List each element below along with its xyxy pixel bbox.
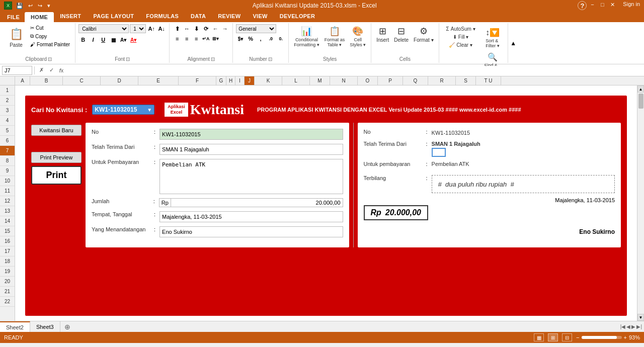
row-15[interactable]: 15: [0, 226, 15, 236]
cancel-formula-button[interactable]: ✗: [37, 66, 46, 75]
wrap-text-button[interactable]: ↵A: [201, 34, 210, 43]
tab-insert[interactable]: INSERT: [54, 11, 87, 22]
scroll-up-button[interactable]: ▲: [637, 85, 644, 93]
font-family-select[interactable]: Calibri: [78, 24, 129, 33]
name-box[interactable]: [2, 66, 32, 75]
decrease-decimal-button[interactable]: 0.: [276, 34, 285, 43]
underline-button[interactable]: U: [99, 35, 108, 44]
align-top-button[interactable]: ⬆: [173, 24, 182, 33]
vertical-scrollbar[interactable]: ▲ ▼: [637, 85, 644, 321]
row-17[interactable]: 17: [0, 246, 15, 256]
confirm-formula-button[interactable]: ✓: [47, 66, 56, 75]
left-jumlah-input[interactable]: [171, 199, 343, 207]
sheet-nav-prev[interactable]: ◀: [626, 324, 630, 329]
col-header-n[interactable]: N: [330, 76, 358, 85]
orientation-button[interactable]: ⟳: [201, 24, 210, 33]
insert-function-button[interactable]: fx: [57, 66, 66, 75]
col-header-tu[interactable]: T U: [476, 76, 501, 85]
percent-button[interactable]: %: [246, 34, 255, 43]
quick-access-save[interactable]: 💾: [15, 3, 24, 9]
align-bottom-button[interactable]: ⬇: [192, 24, 201, 33]
kwitansi-dropdown-icon[interactable]: ▼: [147, 107, 152, 113]
quick-access-redo[interactable]: ↪: [37, 3, 43, 9]
sort-filter-button[interactable]: ↕🔽 Sort &Filter ▾: [484, 25, 502, 49]
zoom-out-button[interactable]: −: [576, 334, 579, 340]
delete-button[interactable]: ⊟ Delete: [392, 24, 411, 44]
format-as-table-button[interactable]: 📋 Format asTable ▾: [323, 24, 347, 48]
sign-in-button[interactable]: Sign in: [623, 1, 640, 10]
col-header-r[interactable]: R: [428, 76, 456, 85]
zoom-in-button[interactable]: +: [624, 334, 627, 340]
row-18[interactable]: 18: [0, 256, 15, 267]
row-16[interactable]: 16: [0, 236, 15, 246]
col-header-h[interactable]: H: [226, 76, 235, 85]
kwitansi-search-input[interactable]: [95, 106, 145, 113]
row-13[interactable]: 13: [0, 206, 15, 216]
row-6[interactable]: 6: [0, 136, 15, 146]
row-14[interactable]: 14: [0, 216, 15, 226]
row-4[interactable]: 4: [0, 116, 15, 126]
copy-button[interactable]: ⧉ Copy: [28, 32, 72, 40]
normal-view-button[interactable]: ▦: [534, 333, 544, 341]
clipboard-expand-icon[interactable]: ⊡: [48, 56, 52, 62]
decrease-font-button[interactable]: A↓: [157, 24, 166, 33]
tab-home[interactable]: HOME: [25, 12, 54, 22]
tab-formulas[interactable]: FORMULAS: [140, 11, 185, 22]
row-19[interactable]: 19: [0, 267, 15, 277]
restore-button[interactable]: □: [598, 1, 607, 8]
align-left-button[interactable]: ≡: [173, 34, 182, 43]
number-expand-icon[interactable]: ⊡: [268, 56, 272, 62]
left-tempat-input[interactable]: [159, 211, 343, 222]
row-3[interactable]: 3: [0, 106, 15, 116]
row-12[interactable]: 12: [0, 196, 15, 206]
col-header-c[interactable]: C: [63, 76, 101, 85]
col-header-e[interactable]: E: [138, 76, 179, 85]
border-button[interactable]: ▦: [109, 35, 118, 44]
col-header-d[interactable]: D: [101, 76, 138, 85]
row-8[interactable]: 8: [0, 156, 15, 166]
page-layout-view-button[interactable]: ⊞: [548, 333, 558, 341]
autosum-button[interactable]: Σ AutoSum ▾: [444, 25, 477, 33]
conditional-formatting-button[interactable]: 📊 ConditionalFormatting ▾: [292, 24, 321, 48]
fill-button[interactable]: ⬇ Fill ▾: [451, 33, 471, 41]
col-header-s[interactable]: S: [456, 76, 476, 85]
sheet-nav-next[interactable]: ▶: [631, 324, 635, 329]
row-20[interactable]: 20: [0, 277, 15, 287]
sheet-nav-last[interactable]: ▶|: [636, 324, 642, 329]
tab-view[interactable]: VIEW: [247, 11, 273, 22]
row-7[interactable]: 7: [0, 146, 15, 156]
cell-styles-button[interactable]: 🎨 CellStyles ▾: [348, 24, 368, 48]
sheet-tab-sheet2[interactable]: Sheet2: [0, 321, 30, 332]
help-button[interactable]: ?: [578, 1, 587, 10]
col-header-a[interactable]: A: [15, 76, 30, 85]
row-9[interactable]: 9: [0, 166, 15, 176]
left-terima-input[interactable]: [159, 144, 343, 155]
tab-file[interactable]: FILE: [2, 12, 25, 22]
add-sheet-button[interactable]: ⊕: [60, 321, 74, 332]
currency-button[interactable]: $▾: [236, 34, 245, 43]
col-header-m[interactable]: M: [310, 76, 330, 85]
left-no-input[interactable]: [159, 129, 343, 140]
zoom-slider[interactable]: [582, 336, 622, 339]
quick-access-undo[interactable]: ↩: [27, 3, 34, 9]
paste-button[interactable]: 📋 Paste: [5, 24, 27, 50]
tab-data[interactable]: DATA: [185, 11, 212, 22]
tab-page-layout[interactable]: PAGE LAYOUT: [87, 11, 140, 22]
scroll-down-button[interactable]: ▼: [637, 314, 644, 321]
print-preview-button[interactable]: Print Preview: [31, 152, 82, 163]
sheet-tab-sheet3[interactable]: Sheet3: [30, 321, 60, 332]
comma-button[interactable]: ,: [256, 34, 265, 43]
tab-developer[interactable]: DEVELOPER: [274, 11, 321, 22]
increase-decimal-button[interactable]: .0: [266, 34, 275, 43]
indent-decrease-button[interactable]: ←: [211, 24, 220, 33]
formula-input[interactable]: [68, 66, 642, 75]
format-painter-button[interactable]: 🖌 Format Painter: [28, 41, 72, 48]
scroll-thumb[interactable]: [638, 94, 643, 109]
col-header-f[interactable]: F: [179, 76, 216, 85]
align-middle-button[interactable]: ↔: [182, 24, 191, 33]
print-button[interactable]: Print: [31, 166, 82, 185]
col-header-g[interactable]: G: [216, 76, 226, 85]
font-expand-icon[interactable]: ⊡: [126, 56, 130, 62]
row-11[interactable]: 11: [0, 186, 15, 196]
kwitansi-baru-button[interactable]: Kwitansi Baru: [31, 125, 82, 136]
